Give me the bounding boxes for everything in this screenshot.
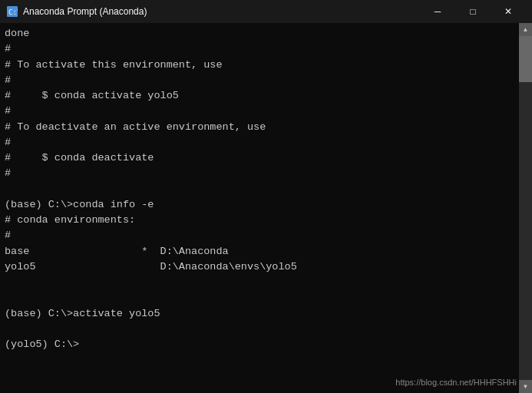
title-bar-buttons: ─ □ ✕ [420,0,526,23]
content-wrapper: done # # To activate this environment, u… [0,23,532,393]
scroll-thumb[interactable] [519,36,532,82]
close-button[interactable]: ✕ [491,0,526,23]
scrollbar[interactable]: ▲ ▼ [519,23,532,393]
terminal-output[interactable]: done # # To activate this environment, u… [0,23,519,393]
title-bar: C:\ Anaconda Prompt (Anaconda) ─ □ ✕ [0,0,532,23]
terminal-icon: C:\ [6,5,18,18]
scroll-up-button[interactable]: ▲ [519,23,532,36]
window-title: Anaconda Prompt (Anaconda) [23,6,147,17]
minimize-button[interactable]: ─ [420,0,455,23]
maximize-button[interactable]: □ [455,0,491,23]
scrollbar-area: done # # To activate this environment, u… [0,23,532,393]
watermark-text: https://blog.csdn.net/HHHFSHHi [395,378,517,387]
svg-text:C:\: C:\ [8,8,18,16]
scroll-down-button[interactable]: ▼ [519,380,532,393]
title-bar-left: C:\ Anaconda Prompt (Anaconda) [6,5,147,18]
scroll-track[interactable] [519,36,532,380]
